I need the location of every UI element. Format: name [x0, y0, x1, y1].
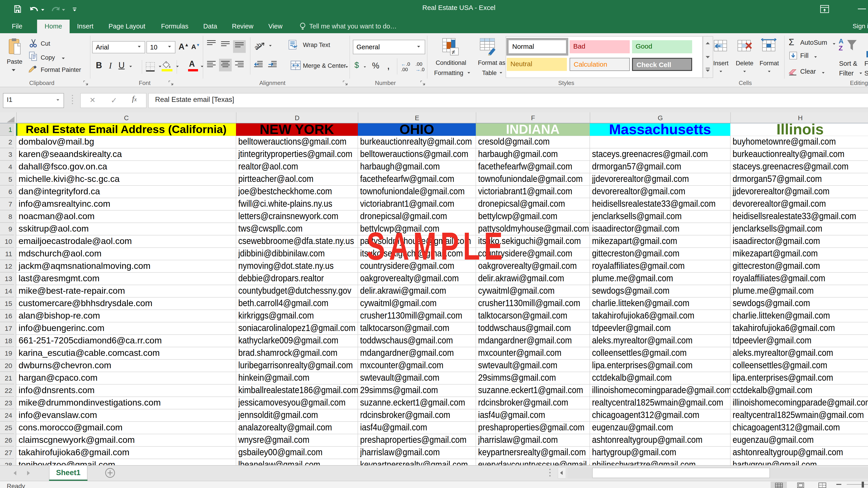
svg-text:ab: ab — [254, 41, 263, 51]
svg-text:≠: ≠ — [452, 48, 455, 56]
